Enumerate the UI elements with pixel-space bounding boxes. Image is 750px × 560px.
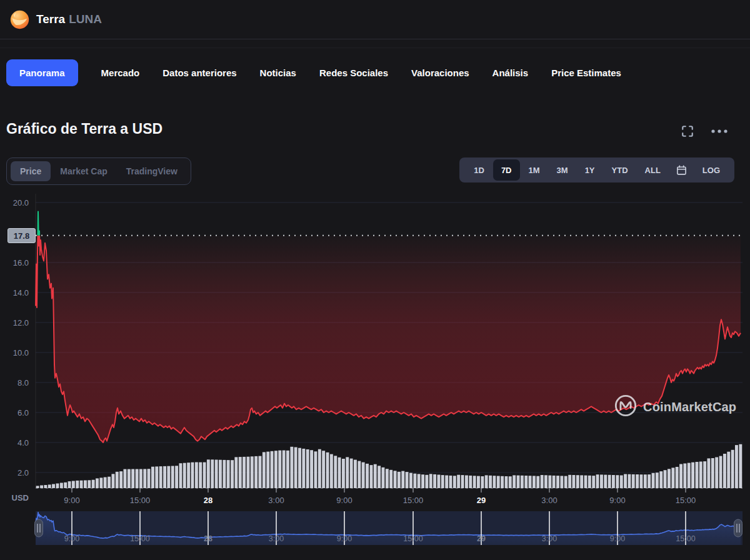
chart-type-toggle: PriceMarket CapTradingView [6, 158, 191, 185]
terra-chart-page: 20.016.014.012.010.08.06.04.02.0USD9:001… [0, 0, 750, 560]
fullscreen-icon[interactable] [681, 125, 694, 138]
tab-valoraciones[interactable]: Valoraciones [411, 68, 469, 78]
navigator-axis-label: 9:00 [64, 534, 79, 543]
x-axis-label: 3:00 [541, 496, 557, 505]
y-axis-label: 6.0 [18, 408, 29, 418]
range-1d[interactable]: 1D [466, 159, 492, 181]
header-divider [0, 39, 750, 39]
navigator-axis-label: 3:00 [269, 534, 284, 543]
tab-datos-anteriores[interactable]: Datos anteriores [162, 68, 236, 78]
page-tabs: PanoramaMercadoDatos anterioresNoticiasR… [6, 59, 621, 86]
tab-noticias[interactable]: Noticias [260, 68, 296, 78]
coin-header: TerraLUNA [0, 0, 750, 39]
header-divider-shadow [0, 48, 750, 48]
chart-type-market-cap[interactable]: Market Cap [51, 161, 116, 181]
tab-an-lisis[interactable]: Análisis [492, 68, 529, 78]
navigator-right-handle[interactable] [734, 519, 742, 537]
range-selector: 1D7D1M3M1YYTDALLLOG [459, 158, 734, 182]
y-axis-label: 2.0 [18, 468, 29, 478]
coin-symbol: LUNA [69, 12, 102, 26]
y-axis-unit-label: USD [12, 493, 29, 502]
x-axis-label: 9:00 [336, 496, 352, 505]
x-axis-label: 9:00 [609, 496, 625, 505]
x-axis-label: 3:00 [268, 496, 284, 505]
range-1m[interactable]: 1M [521, 159, 548, 181]
navigator-axis-label: 9:00 [337, 534, 352, 543]
price-chart-plot-area[interactable] [36, 194, 742, 488]
ref-price-label: 17.8 [8, 228, 36, 243]
x-axis-label: 28 [204, 496, 212, 505]
x-axis-label: 15:00 [676, 496, 696, 505]
log-scale-toggle[interactable]: LOG [694, 159, 728, 181]
navigator-axis-label: 15:00 [403, 534, 422, 543]
y-axis-label: 10.0 [13, 348, 29, 358]
tab-mercado[interactable]: Mercado [101, 68, 140, 78]
chart-type-tradingview[interactable]: TradingView [117, 161, 187, 181]
y-axis-label: 4.0 [18, 438, 29, 448]
range-3m[interactable]: 3M [549, 159, 576, 181]
navigator-axis-label: 15:00 [130, 534, 149, 543]
coin-name: Terra [36, 12, 65, 26]
tab-redes-sociales[interactable]: Redes Sociales [319, 68, 388, 78]
navigator-axis-label: 3:00 [542, 534, 557, 543]
y-axis-label: 12.0 [13, 318, 29, 328]
range-1y[interactable]: 1Y [577, 159, 603, 181]
chart-title-actions [681, 125, 728, 138]
y-axis-label: 8.0 [18, 378, 29, 388]
y-axis-label: 14.0 [13, 288, 29, 298]
navigator-axis-label: 29 [477, 534, 486, 543]
terra-luna-logo-icon [9, 9, 30, 30]
x-axis-label: 15:00 [403, 496, 424, 505]
chart-type-price[interactable]: Price [11, 161, 51, 181]
navigator-axis-label: 9:00 [610, 534, 625, 543]
x-axis-label: 9:00 [64, 496, 79, 505]
y-axis-label: 20.0 [13, 198, 29, 208]
navigator-left-handle[interactable] [35, 519, 43, 537]
range-all[interactable]: ALL [637, 159, 669, 181]
range-ytd[interactable]: YTD [604, 159, 636, 181]
x-axis-label: 15:00 [130, 496, 151, 505]
navigator-axis-label: 28 [204, 534, 212, 543]
y-axis-label: 16.0 [13, 258, 29, 268]
tab-panorama[interactable]: Panorama [6, 59, 78, 86]
tab-price-estimates[interactable]: Price Estimates [551, 68, 621, 78]
date-range-calendar-icon[interactable] [669, 159, 694, 181]
x-axis-label: 29 [477, 496, 486, 505]
range-7d[interactable]: 7D [493, 159, 520, 181]
chart-title: Gráfico de Terra a USD [6, 121, 162, 138]
navigator-axis-label: 15:00 [676, 534, 695, 543]
more-options-icon[interactable] [711, 129, 728, 133]
